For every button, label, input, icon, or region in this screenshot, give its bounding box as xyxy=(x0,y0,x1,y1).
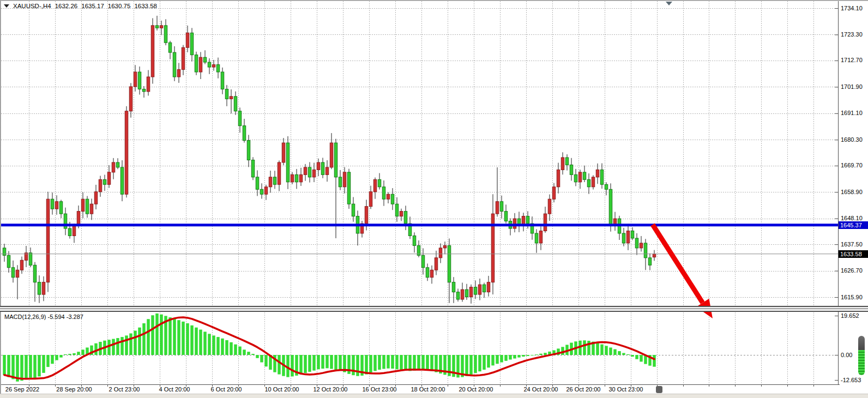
price-axis-label: 1712.70 xyxy=(841,57,863,64)
scrollbar-thumb-cap xyxy=(858,336,865,350)
date-axis-label: 6 Oct 20:00 xyxy=(202,386,251,393)
price-axis-label: 1658.90 xyxy=(841,189,863,196)
price-axis-label: 1723.30 xyxy=(841,31,863,38)
window-left-edge xyxy=(0,0,1,394)
price-axis-label: 1680.30 xyxy=(841,136,863,143)
macd-axis-label: -12.653 xyxy=(841,377,861,384)
price-axis-label: 1734.10 xyxy=(841,5,863,12)
chart-shift-marker[interactable] xyxy=(666,2,672,5)
date-axis-label: 30 Oct 23:00 xyxy=(601,386,650,393)
date-axis-label: 20 Oct 20:00 xyxy=(451,386,501,393)
date-axis-label: 26 Oct 20:00 xyxy=(559,386,608,393)
window-bottom-strip xyxy=(0,394,868,398)
price-axis-label: 1626.70 xyxy=(841,267,863,274)
vertical-scrollbar-thumb[interactable] xyxy=(858,336,865,375)
price-axis-label: 1691.10 xyxy=(841,110,863,117)
window-top-edge xyxy=(0,0,868,1)
price-axis-label: 1637.50 xyxy=(841,241,863,248)
high-value: 1635.17 xyxy=(81,3,104,9)
symbol-dropdown-icon xyxy=(4,4,9,8)
current-price-tag: 1633.58 xyxy=(839,250,868,258)
close-value: 1633.58 xyxy=(134,3,157,9)
date-axis-label: 24 Oct 20:00 xyxy=(516,386,565,393)
date-axis-label: 28 Sep 20:00 xyxy=(50,386,99,393)
price-axis-label: 1615.90 xyxy=(841,294,863,301)
date-axis-label: 2 Oct 23:00 xyxy=(100,386,149,393)
low-value: 1630.75 xyxy=(108,3,131,9)
date-axis-label: 4 Oct 20:00 xyxy=(150,386,199,393)
hline-price-tag: 1645.37 xyxy=(839,221,868,229)
panel-splitter[interactable] xyxy=(0,306,868,312)
chart-window: XAUUSD-,H4 1632.26 1635.17 1630.75 1633.… xyxy=(0,0,868,398)
date-axis-label: 18 Oct 20:00 xyxy=(403,386,453,393)
macd-axis-label: 19.652 xyxy=(841,312,859,319)
chart-info-bar: XAUUSD-,H4 1632.26 1635.17 1630.75 1633.… xyxy=(4,3,157,9)
date-axis-label: 12 Oct 20:00 xyxy=(306,386,355,393)
macd-axis-label: 0.00 xyxy=(841,352,852,359)
horizontal-scrollbar-thumb[interactable] xyxy=(656,386,662,393)
price-axis-label: 1701.90 xyxy=(841,83,863,91)
date-axis-label: 16 Oct 23:00 xyxy=(355,386,404,393)
open-value: 1632.26 xyxy=(55,3,78,9)
scrollbar-thumb-grip xyxy=(858,350,865,375)
symbol-timeframe-label: XAUUSD-,H4 xyxy=(13,3,51,9)
date-axis-label: 26 Sep 2022 xyxy=(0,386,47,393)
panel-splitter-groove xyxy=(0,309,868,312)
chart-canvas xyxy=(0,0,868,398)
macd-indicator-label: MACD(12,26,9) -5.594 -3.287 xyxy=(4,313,83,320)
date-axis-label: 10 Oct 20:00 xyxy=(257,386,306,393)
price-axis-label: 1669.70 xyxy=(841,162,863,169)
